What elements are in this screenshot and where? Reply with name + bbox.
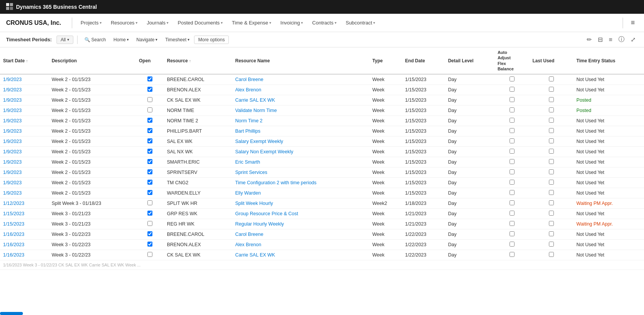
cell-open[interactable] bbox=[136, 157, 164, 167]
auto-adjust-checkbox[interactable] bbox=[510, 107, 515, 112]
columns-icon-button[interactable]: ≡ bbox=[607, 35, 615, 45]
last-used-checkbox[interactable] bbox=[549, 169, 554, 174]
filter-icon-button[interactable]: ⊟ bbox=[595, 34, 605, 45]
cell-resource-name[interactable]: Alex Brenon bbox=[232, 240, 369, 250]
table-row[interactable]: 1/9/2023Week 2 - 01/15/23SAL NX WKSalary… bbox=[0, 147, 644, 157]
cell-auto-adjust[interactable] bbox=[495, 198, 529, 209]
auto-adjust-checkbox[interactable] bbox=[510, 180, 515, 185]
table-row[interactable]: 1/12/2023Split Week 3 - 01/18/23SPLIT WK… bbox=[0, 198, 644, 209]
cell-last-used[interactable] bbox=[529, 167, 573, 178]
cell-last-used[interactable] bbox=[529, 219, 573, 229]
cell-open[interactable] bbox=[136, 74, 164, 85]
cell-last-used[interactable] bbox=[529, 136, 573, 147]
auto-adjust-checkbox[interactable] bbox=[510, 149, 515, 154]
cell-auto-adjust[interactable] bbox=[495, 157, 529, 167]
table-row[interactable]: 1/9/2023Week 2 - 01/15/23NORM TIMEValida… bbox=[0, 106, 644, 116]
auto-adjust-checkbox[interactable] bbox=[510, 169, 515, 174]
open-checkbox[interactable] bbox=[147, 252, 152, 257]
cell-open[interactable] bbox=[136, 198, 164, 209]
last-used-checkbox[interactable] bbox=[549, 128, 554, 133]
auto-adjust-checkbox[interactable] bbox=[510, 242, 515, 247]
cell-last-used[interactable] bbox=[529, 95, 573, 106]
auto-adjust-checkbox[interactable] bbox=[510, 211, 515, 216]
table-row[interactable]: 1/9/2023Week 2 - 01/15/23TM CNG2Time Con… bbox=[0, 178, 644, 188]
cell-open[interactable] bbox=[136, 116, 164, 126]
open-checkbox[interactable] bbox=[147, 159, 152, 164]
cell-auto-adjust[interactable] bbox=[495, 209, 529, 219]
cell-open[interactable] bbox=[136, 85, 164, 95]
cell-resource-name[interactable]: Regular Hourly Weekly bbox=[232, 219, 369, 229]
cell-resource-name[interactable]: Carol Breene bbox=[232, 229, 369, 240]
auto-adjust-checkbox[interactable] bbox=[510, 76, 515, 81]
cell-auto-adjust[interactable] bbox=[495, 74, 529, 85]
cell-open[interactable] bbox=[136, 136, 164, 147]
expand-icon-button[interactable]: ⤢ bbox=[628, 34, 638, 45]
table-row[interactable]: 1/15/2023Week 3 - 01/21/23GRP RES WKGrou… bbox=[0, 209, 644, 219]
cell-auto-adjust[interactable] bbox=[495, 178, 529, 188]
table-row[interactable]: 1/9/2023Week 2 - 01/15/23WARDEN.ELLYElly… bbox=[0, 188, 644, 198]
cell-open[interactable] bbox=[136, 178, 164, 188]
cell-open[interactable] bbox=[136, 219, 164, 229]
last-used-checkbox[interactable] bbox=[549, 221, 554, 226]
last-used-checkbox[interactable] bbox=[549, 231, 554, 236]
last-used-checkbox[interactable] bbox=[549, 190, 554, 195]
cell-open[interactable] bbox=[136, 229, 164, 240]
cell-resource-name[interactable]: Validate Norm Time bbox=[232, 106, 369, 116]
open-checkbox[interactable] bbox=[147, 190, 152, 195]
auto-adjust-checkbox[interactable] bbox=[510, 118, 515, 123]
cell-last-used[interactable] bbox=[529, 188, 573, 198]
auto-adjust-checkbox[interactable] bbox=[510, 200, 515, 205]
cell-auto-adjust[interactable] bbox=[495, 188, 529, 198]
navigate-button[interactable]: Navigate ▾ bbox=[133, 36, 160, 44]
table-row[interactable]: 1/16/2023Week 3 - 01/22/23CK SAL EX WKCa… bbox=[0, 250, 644, 260]
nav-item-resources[interactable]: Resources ▾ bbox=[107, 18, 141, 28]
timesheet-button[interactable]: Timesheet ▾ bbox=[162, 36, 193, 44]
table-row[interactable]: 1/9/2023Week 2 - 01/15/23BRENON.ALEXAlex… bbox=[0, 85, 644, 95]
auto-adjust-checkbox[interactable] bbox=[510, 190, 515, 195]
cell-last-used[interactable] bbox=[529, 106, 573, 116]
last-used-checkbox[interactable] bbox=[549, 138, 554, 143]
cell-last-used[interactable] bbox=[529, 74, 573, 85]
last-used-checkbox[interactable] bbox=[549, 252, 554, 257]
auto-adjust-checkbox[interactable] bbox=[510, 221, 515, 226]
open-checkbox[interactable] bbox=[147, 200, 152, 205]
edit-icon-button[interactable]: ✏ bbox=[584, 34, 594, 45]
cell-last-used[interactable] bbox=[529, 157, 573, 167]
nav-item-time-expense[interactable]: Time & Expense ▾ bbox=[228, 18, 275, 28]
cell-open[interactable] bbox=[136, 240, 164, 250]
last-used-checkbox[interactable] bbox=[549, 107, 554, 112]
auto-adjust-checkbox[interactable] bbox=[510, 231, 515, 236]
hamburger-button[interactable]: ≡ bbox=[628, 17, 638, 28]
auto-adjust-checkbox[interactable] bbox=[510, 159, 515, 164]
auto-adjust-checkbox[interactable] bbox=[510, 97, 515, 102]
cell-last-used[interactable] bbox=[529, 229, 573, 240]
cell-last-used[interactable] bbox=[529, 116, 573, 126]
cell-open[interactable] bbox=[136, 209, 164, 219]
cell-open[interactable] bbox=[136, 126, 164, 136]
open-checkbox[interactable] bbox=[147, 107, 152, 112]
cell-last-used[interactable] bbox=[529, 85, 573, 95]
table-row[interactable]: 1/9/2023Week 2 - 01/15/23CK SAL EX WKCar… bbox=[0, 95, 644, 106]
auto-adjust-checkbox[interactable] bbox=[510, 252, 515, 257]
last-used-checkbox[interactable] bbox=[549, 180, 554, 185]
open-checkbox[interactable] bbox=[147, 221, 152, 226]
open-checkbox[interactable] bbox=[147, 149, 152, 154]
last-used-checkbox[interactable] bbox=[549, 76, 554, 81]
cell-open[interactable] bbox=[136, 106, 164, 116]
help-icon-button[interactable]: ⓘ bbox=[616, 34, 627, 45]
table-row[interactable]: 1/16/2023Week 3 - 01/22/23BRENON.ALEXAle… bbox=[0, 240, 644, 250]
cell-auto-adjust[interactable] bbox=[495, 116, 529, 126]
cell-last-used[interactable] bbox=[529, 250, 573, 260]
cell-open[interactable] bbox=[136, 188, 164, 198]
last-used-checkbox[interactable] bbox=[549, 200, 554, 205]
auto-adjust-checkbox[interactable] bbox=[510, 87, 515, 92]
last-used-checkbox[interactable] bbox=[549, 211, 554, 216]
cell-resource-name[interactable]: Norm Time 2 bbox=[232, 116, 369, 126]
open-checkbox[interactable] bbox=[147, 76, 152, 81]
open-checkbox[interactable] bbox=[147, 128, 152, 133]
last-used-checkbox[interactable] bbox=[549, 118, 554, 123]
last-used-checkbox[interactable] bbox=[549, 242, 554, 247]
cell-resource-name[interactable]: Elly Warden bbox=[232, 188, 369, 198]
cell-resource-name[interactable]: Carrie SAL EX WK bbox=[232, 95, 369, 106]
nav-item-projects[interactable]: Projects ▾ bbox=[77, 18, 105, 28]
